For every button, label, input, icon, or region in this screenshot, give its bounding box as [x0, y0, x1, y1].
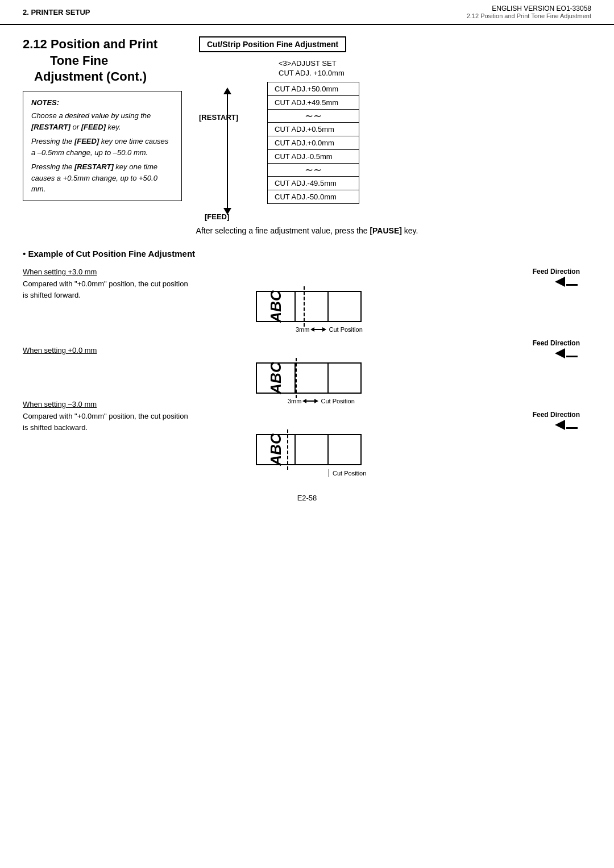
label-strip-1: ABC 3mm [256, 291, 591, 322]
plain-box-2b [329, 362, 362, 394]
cut-pos-annotation-2: 3mm Cut Position [288, 398, 355, 404]
feed-arrow-2 [250, 348, 578, 360]
example-flex: When setting +3.0 mm Compared with "+0.0… [23, 268, 591, 471]
setting-title-2: When setting +0.0 mm [23, 346, 239, 354]
cut-line-3 [287, 429, 288, 470]
menu-item-5: CUT ADJ.+0.0mm [268, 136, 359, 150]
setting-title-1: When setting +3.0 mm [23, 268, 239, 276]
adjust-set-line1: <3>ADJUST SET [279, 59, 591, 68]
title-notes-block: 2.12 Position and Print Tone Fine Adjust… [23, 36, 182, 215]
feed-direction-2: Feed Direction [250, 339, 580, 347]
label-strip-3: ABC Cut Position [256, 434, 591, 465]
cut-strip-label: Cut/Strip Position Fine Adjustment [199, 36, 346, 52]
abc-box-3: ABC [256, 434, 296, 465]
page-header: 2. PRINTER SETUP ENGLISH VERSION EO1-330… [0, 0, 614, 25]
feed-direction-1: Feed Direction [250, 268, 580, 276]
setting-block-3: When setting –3.0 mm Compared with "+0.0… [23, 400, 239, 433]
setting-title-3: When setting –3.0 mm [23, 400, 239, 408]
menu-item-2: CUT ADJ.+49.5mm [268, 96, 359, 110]
adjust-set-line2: CUT ADJ. +10.0mm [279, 69, 591, 77]
page-footer: E2-58 [23, 494, 591, 502]
feed-arrow-1 [250, 277, 578, 289]
top-section: 2.12 Position and Print Tone Fine Adjust… [23, 36, 591, 215]
setting-desc-1: Compared with "+0.0mm" position, the cut… [23, 278, 239, 301]
notes-line2: Pressing the [FEED] key one time causes … [31, 136, 173, 158]
header-right-block: ENGLISH VERSION EO1-33058 2.12 Position … [467, 5, 591, 19]
menu-item-9: CUT ADJ.-50.0mm [268, 190, 359, 203]
plain-box-2a [296, 362, 329, 394]
setting-desc-3: Compared with "+0.0mm" position, the cut… [23, 411, 239, 433]
notes-line3: Pressing the [RESTART] key one time caus… [31, 161, 173, 195]
notes-box: NOTES: Choose a desired value by using t… [23, 91, 182, 201]
pause-instruction: After selecting a fine adjustment value,… [23, 226, 591, 235]
example-section: • Example of Cut Position Fine Adjustmen… [23, 249, 591, 471]
example-left-col: When setting +3.0 mm Compared with "+0.0… [23, 268, 239, 471]
example-right-col: Feed Direction ABC [250, 268, 591, 471]
cut-pos-annotation-1: 3mm Cut Position [296, 326, 363, 333]
plain-box-3b [329, 434, 362, 465]
page-title: 2.12 Position and Print Tone Fine Adjust… [23, 36, 182, 85]
abc-box-1: ABC [256, 291, 296, 322]
menu-squiggle-1: ∼∼ [268, 110, 359, 123]
feed-label: [FEED] [205, 212, 229, 221]
cut-line-1 [304, 286, 305, 327]
label-diagram-1: Feed Direction ABC [250, 268, 591, 322]
plain-box-1b [329, 291, 362, 322]
diagram-block: Cut/Strip Position Fine Adjustment <3>AD… [199, 36, 591, 215]
label-strip-2: ABC 3mm [256, 362, 591, 394]
label-diagram-3: Feed Direction ABC [250, 411, 591, 465]
menu-column: CUT ADJ.+50.0mm CUT ADJ.+49.5mm ∼∼ CUT A… [267, 82, 359, 204]
menu-item-8: CUT ADJ.-49.5mm [268, 177, 359, 190]
page-content: 2.12 Position and Print Tone Fine Adjust… [0, 25, 614, 525]
menu-item-6: CUT ADJ.-0.5mm [268, 150, 359, 164]
cut-line-2 [296, 358, 297, 398]
notes-title: NOTES: [31, 97, 173, 108]
abc-box-2: ABC [256, 362, 296, 394]
label-diagram-2: Feed Direction ABC [250, 339, 591, 394]
menu-item-4: CUT ADJ.+0.5mm [268, 123, 359, 136]
notes-line1: Choose a desired value by using the [RES… [31, 110, 173, 132]
setting-block-1: When setting +3.0 mm Compared with "+0.0… [23, 268, 239, 301]
key-arrows-column: [RESTART] [FEED] [199, 82, 256, 215]
plain-box-3a [296, 434, 329, 465]
page-number: E2-58 [297, 494, 317, 502]
cut-pos-annotation-3: Cut Position [329, 469, 366, 477]
feed-arrow-3 [250, 420, 578, 432]
example-title: • Example of Cut Position Fine Adjustmen… [23, 249, 591, 258]
restart-label: [RESTART] [199, 113, 238, 122]
menu-squiggle-2: ∼∼ [268, 164, 359, 177]
header-section-label: 2. PRINTER SETUP [23, 8, 90, 16]
header-version: ENGLISH VERSION EO1-33058 [467, 5, 591, 12]
plain-box-1a [296, 291, 329, 322]
setting-block-2: When setting +0.0 mm [23, 346, 239, 354]
menu-item-1: CUT ADJ.+50.0mm [268, 82, 359, 96]
feed-direction-3: Feed Direction [250, 411, 580, 419]
feed-arrow [223, 151, 231, 215]
header-section-title: 2.12 Position and Print Tone Fine Adjust… [467, 12, 591, 19]
